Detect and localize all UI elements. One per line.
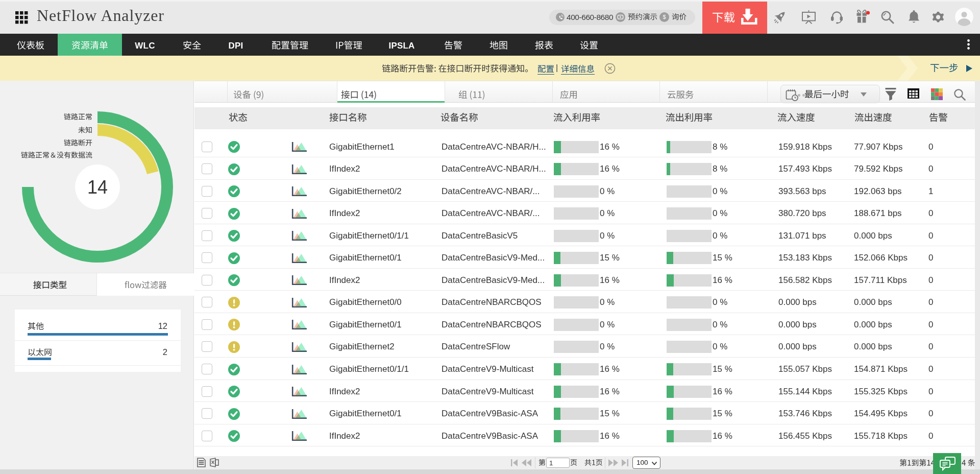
svg-text:$: $ (663, 14, 666, 20)
